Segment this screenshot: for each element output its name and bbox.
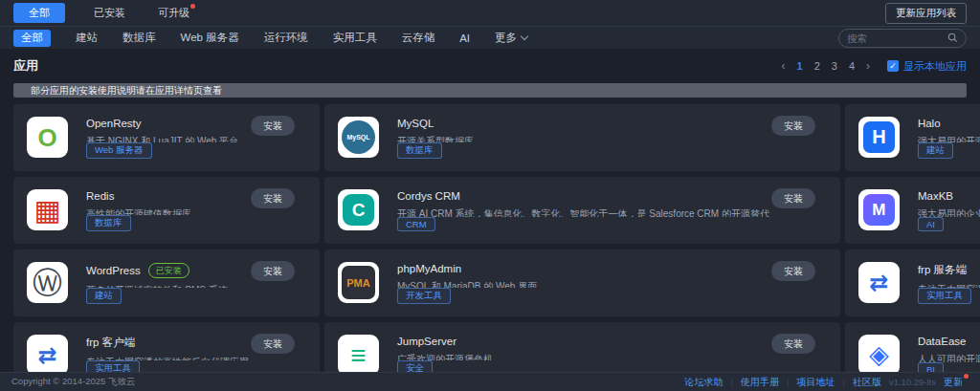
app-name: Cordys CRM bbox=[397, 190, 460, 202]
frp-client-logo-icon: ⇄ bbox=[37, 344, 56, 367]
app-card-maxkb[interactable]: M MaxKB 强大易用的企业级智能体平台 AI 安装 bbox=[845, 177, 980, 244]
app-description: MySQL 和 MariaDB 的 Web 界面 bbox=[397, 280, 827, 288]
category-ai[interactable]: AI bbox=[459, 33, 470, 44]
category-all[interactable]: 全部 bbox=[13, 30, 51, 47]
app-card-wordpress[interactable]: Ⓦ WordPress 已安装 著名的开源博客软件和 CMS 系统 建站 安装 bbox=[13, 250, 320, 316]
jumpserver-logo-icon: ≡ bbox=[350, 342, 366, 369]
app-description: 广受欢迎的开源堡垒机 bbox=[397, 353, 827, 360]
app-card-redis[interactable]: ▦ Redis 高性能的开源键值数据库 数据库 安装 bbox=[13, 177, 320, 244]
pagination-next-button[interactable]: › bbox=[866, 59, 870, 73]
search-box[interactable] bbox=[838, 29, 967, 48]
footer-link-docs[interactable]: 使用手册 bbox=[741, 376, 779, 389]
app-card-openresty[interactable]: O OpenResty 基于 NGINX 和 LuaJIT 的 Web 平台 W… bbox=[13, 104, 320, 171]
category-more-dropdown[interactable]: 更多 bbox=[495, 31, 527, 45]
halo-logo-icon: H bbox=[863, 121, 895, 153]
install-button[interactable]: 安装 bbox=[771, 188, 815, 208]
footer-bar: Copyright © 2014-2025 飞致云 论坛求助 | 使用手册 | … bbox=[0, 372, 980, 391]
app-store-content: 应用 ‹ 1 2 3 4 › ✓ 显示本地应用 部分应用的安装使用说明请在应用详… bbox=[0, 49, 980, 389]
app-category-tag: AI bbox=[918, 217, 944, 231]
maxkb-logo-icon: M bbox=[863, 194, 895, 226]
openresty-logo-icon: O bbox=[37, 125, 56, 150]
footer-link-forum[interactable]: 论坛求助 bbox=[684, 376, 723, 389]
app-name: JumpServer bbox=[397, 336, 457, 347]
install-button[interactable]: 安装 bbox=[251, 261, 295, 281]
category-database[interactable]: 数据库 bbox=[122, 31, 156, 45]
app-card-mysql[interactable]: MySQL MySQL 开源关系型数据库 数据库 安装 bbox=[324, 104, 840, 171]
footer-separator: | bbox=[730, 377, 732, 387]
app-description: 人人可用的开源 BI 工具 bbox=[918, 353, 980, 362]
footer-link-project[interactable]: 项目地址 bbox=[796, 376, 835, 389]
top-header: 全部 已安装 可升级 更新应用列表 全部 建站 数据库 Web 服务器 运行环境… bbox=[0, 0, 980, 49]
app-grid: O OpenResty 基于 NGINX 和 LuaJIT 的 Web 平台 W… bbox=[13, 104, 967, 389]
pagination-page-4[interactable]: 4 bbox=[849, 60, 855, 72]
footer-update-link[interactable]: 更新 bbox=[944, 376, 969, 389]
tab-all-apps[interactable]: 全部 bbox=[13, 3, 65, 23]
app-description: 强大易用的开源建站工具 bbox=[918, 135, 980, 142]
category-cloud-storage[interactable]: 云存储 bbox=[402, 31, 435, 45]
update-app-list-button[interactable]: 更新应用列表 bbox=[885, 3, 967, 24]
cordys-crm-logo-icon: C bbox=[343, 194, 374, 226]
pagination-prev-button[interactable]: ‹ bbox=[782, 59, 786, 73]
install-button[interactable]: 安装 bbox=[251, 116, 295, 136]
install-button[interactable]: 安装 bbox=[771, 116, 815, 136]
install-button[interactable]: 安装 bbox=[251, 188, 295, 208]
app-logo-tile: ◈ bbox=[858, 335, 900, 376]
install-button[interactable]: 安装 bbox=[771, 261, 815, 281]
show-local-apps-checkbox[interactable]: ✓ 显示本地应用 bbox=[887, 59, 967, 74]
app-logo-tile: H bbox=[858, 117, 900, 158]
app-logo-tile: ▦ bbox=[27, 189, 68, 230]
wordpress-logo-icon: Ⓦ bbox=[33, 268, 62, 297]
app-category-tag: CRM bbox=[397, 217, 435, 231]
store-tab-bar: 全部 已安装 可升级 更新应用列表 bbox=[0, 0, 980, 27]
footer-separator: | bbox=[842, 377, 844, 387]
page-title: 应用 bbox=[13, 57, 38, 75]
app-name: MaxKB bbox=[918, 190, 953, 202]
installed-badge: 已安装 bbox=[148, 263, 189, 278]
app-category-tag: Web 服务器 bbox=[86, 142, 152, 159]
app-card-cordys-crm[interactable]: C Cordys CRM 开源 AI CRM 系统，集信息化、数字化、智能化于一… bbox=[324, 177, 840, 244]
tab-installed[interactable]: 已安装 bbox=[94, 6, 125, 20]
category-bar: 全部 建站 数据库 Web 服务器 运行环境 实用工具 云存储 AI 更多 bbox=[0, 27, 980, 49]
chevron-down-icon bbox=[521, 33, 528, 40]
app-name: OpenResty bbox=[86, 118, 142, 129]
pagination-page-2[interactable]: 2 bbox=[814, 60, 820, 72]
search-input[interactable] bbox=[847, 33, 947, 44]
footer-link-community-edition[interactable]: 社区版 bbox=[853, 376, 881, 389]
app-name: phpMyAdmin bbox=[397, 263, 461, 274]
app-logo-tile: O bbox=[27, 117, 68, 158]
category-runtime[interactable]: 运行环境 bbox=[264, 31, 308, 45]
category-tools[interactable]: 实用工具 bbox=[333, 31, 377, 45]
app-logo-tile: C bbox=[338, 189, 379, 230]
category-web-server[interactable]: Web 服务器 bbox=[181, 31, 239, 45]
app-logo-tile: ≡ bbox=[338, 335, 379, 376]
app-card-phpmyadmin[interactable]: PMA phpMyAdmin MySQL 和 MariaDB 的 Web 界面 … bbox=[324, 250, 840, 316]
app-category-tag: 建站 bbox=[918, 142, 953, 159]
pagination-page-1[interactable]: 1 bbox=[797, 60, 803, 72]
app-category-tag: 开发工具 bbox=[397, 288, 451, 304]
app-name: DataEase bbox=[918, 336, 967, 347]
app-description: 强大易用的企业级智能体平台 bbox=[918, 207, 980, 217]
app-card-frp-server[interactable]: ⇄ frp 服务端 专注于内网穿透的高性能反向代理应用 实用工具 安装 bbox=[845, 250, 980, 316]
app-description: 基于 NGINX 和 LuaJIT 的 Web 平台 bbox=[86, 135, 306, 142]
app-name: WordPress bbox=[86, 265, 141, 276]
install-button[interactable]: 安装 bbox=[771, 334, 815, 354]
app-description: 高性能的开源键值数据库 bbox=[86, 207, 306, 215]
app-card-halo[interactable]: H Halo 强大易用的开源建站工具 建站 安装 bbox=[845, 104, 980, 171]
app-category-tag: 实用工具 bbox=[918, 288, 971, 304]
phpmyadmin-logo-icon: PMA bbox=[342, 266, 375, 299]
app-logo-tile: ⇄ bbox=[27, 335, 68, 376]
category-website[interactable]: 建站 bbox=[76, 31, 98, 45]
app-name: frp 客户端 bbox=[86, 336, 135, 350]
install-button[interactable]: 安装 bbox=[251, 334, 295, 354]
copyright-text: Copyright © 2014-2025 飞致云 bbox=[11, 376, 136, 388]
app-description: 开源关系型数据库 bbox=[397, 135, 827, 142]
app-name: frp 服务端 bbox=[918, 263, 967, 277]
upgradable-badge-dot bbox=[190, 4, 195, 9]
app-logo-tile: M bbox=[858, 189, 900, 230]
checkbox-checked-icon[interactable]: ✓ bbox=[887, 60, 899, 72]
pagination-page-3[interactable]: 3 bbox=[832, 60, 837, 72]
pagination: ‹ 1 2 3 4 › ✓ 显示本地应用 bbox=[782, 59, 968, 74]
tab-upgradable[interactable]: 可升级 bbox=[158, 6, 195, 20]
dataease-logo-icon: ◈ bbox=[869, 342, 889, 368]
app-category-tag: 数据库 bbox=[397, 142, 442, 159]
